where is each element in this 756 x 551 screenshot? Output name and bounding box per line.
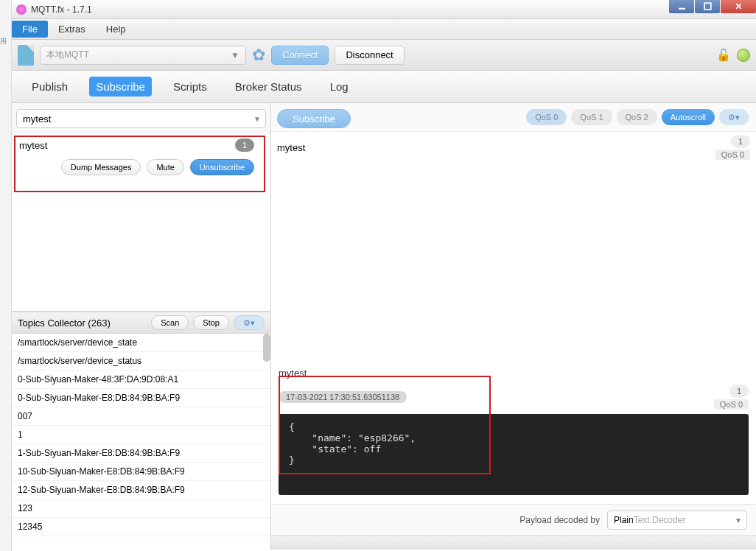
status-bar [271, 536, 756, 550]
stop-button[interactable]: Stop [193, 315, 229, 330]
autoscroll-button[interactable]: Autoscroll [662, 109, 715, 125]
collector-item[interactable]: 10-Sub-Siyuan-Maker-E8:DB:84:9B:BA:F9 [12, 463, 270, 481]
tab-log[interactable]: Log [323, 77, 355, 96]
lock-open-icon: 🔓 [716, 48, 731, 62]
header-topic: mytest [277, 142, 305, 153]
profile-select[interactable]: 本地MQTT ▼ [40, 46, 246, 65]
chevron-down-icon: ▼ [735, 516, 742, 524]
collector-item[interactable]: 007 [12, 407, 270, 426]
chevron-down-icon: ▼ [253, 115, 261, 123]
subscriptions-panel: mytest ▼ mytest 1 Dump Messages Mute Uns… [12, 103, 271, 550]
scrollbar-thumb[interactable] [263, 334, 270, 362]
dump-messages-button[interactable]: Dump Messages [61, 159, 141, 175]
message-count-badge: 1 [235, 138, 254, 152]
file-icon[interactable] [18, 45, 34, 66]
external-sidebar: 用 [0, 0, 12, 551]
detail-topic: mytest [271, 362, 756, 385]
maximize-button[interactable] [695, 0, 720, 13]
titlebar: MQTT.fx - 1.7.1 [12, 0, 756, 19]
payload-viewer[interactable]: { "name": "esp8266", "state": off } [279, 414, 749, 495]
collector-item[interactable]: /smartlock/server/device_state [12, 334, 270, 352]
detail-qos-tag: QoS 0 [714, 399, 749, 410]
decoder-label: Payload decoded by [519, 515, 600, 525]
window-controls [668, 0, 756, 13]
collector-title: Topics Collector (263) [18, 317, 111, 329]
menu-file[interactable]: File [12, 21, 48, 38]
ext-tab: 用 [0, 37, 11, 46]
qos-1-chip[interactable]: QoS 1 [571, 109, 612, 125]
svg-rect-0 [679, 7, 685, 9]
detail-count-badge: 1 [729, 385, 749, 398]
menu-help[interactable]: Help [96, 21, 136, 38]
scan-button[interactable]: Scan [151, 315, 189, 330]
messages-panel: Subscribe QoS 0 QoS 1 QoS 2 Autoscroll ⚙… [271, 103, 756, 550]
collector-item[interactable]: 12345 [12, 518, 270, 536]
header-qos-tag: QoS 0 [715, 150, 750, 160]
decoder-prefix: Plain [614, 515, 634, 525]
chevron-down-icon: ▼ [231, 50, 239, 60]
topics-collector-header: Topics Collector (263) Scan Stop ⚙▾ [12, 312, 270, 334]
qos-0-chip[interactable]: QoS 0 [526, 109, 567, 125]
header-count-badge: 1 [731, 135, 750, 148]
subscription-list: mytest 1 Dump Messages Mute Unsubscribe [12, 134, 270, 312]
collector-item[interactable]: 0-Sub-Siyuan-Maker-E8:DB:84:9B:BA:F9 [12, 389, 270, 407]
message-list[interactable] [271, 163, 756, 362]
menu-extras[interactable]: Extras [48, 21, 96, 38]
unsubscribe-button[interactable]: Unsubscribe [190, 159, 254, 175]
main-tabs: Publish Subscribe Scripts Broker Status … [12, 71, 756, 103]
collector-item[interactable]: 0-Sub-Siyuan-Maker-48:3F:DA:9D:08:A1 [12, 371, 270, 389]
settings-icon[interactable]: ✿ [252, 46, 265, 65]
topics-collector-list[interactable]: /smartlock/server/device_state/smartlock… [12, 334, 270, 550]
app-icon [16, 4, 27, 15]
disconnect-button[interactable]: Disconnect [335, 46, 404, 65]
tab-broker-status[interactable]: Broker Status [228, 77, 309, 96]
menubar: File Extras Help [12, 19, 756, 40]
close-button[interactable] [721, 0, 756, 13]
decoder-suffix: Text Decoder [634, 515, 686, 525]
topic-input[interactable]: mytest ▼ [16, 109, 266, 128]
qos-2-chip[interactable]: QoS 2 [617, 109, 657, 125]
mute-button[interactable]: Mute [147, 159, 183, 175]
tab-scripts[interactable]: Scripts [167, 77, 214, 96]
connection-bar: 本地MQTT ▼ ✿ Connect Disconnect 🔓 [12, 40, 756, 71]
collector-item[interactable]: 12-Sub-Siyuan-Maker-E8:DB:84:9B:BA:F9 [12, 481, 270, 499]
collector-item[interactable]: 1 [12, 426, 270, 444]
view-settings-button[interactable]: ⚙▾ [719, 109, 749, 125]
window-title: MQTT.fx - 1.7.1 [31, 4, 92, 15]
minimize-button[interactable] [669, 0, 694, 13]
connection-status-indicator [737, 49, 750, 62]
profile-name: 本地MQTT [46, 49, 89, 61]
tab-publish[interactable]: Publish [25, 77, 74, 96]
connect-button[interactable]: Connect [271, 46, 329, 65]
tab-subscribe[interactable]: Subscribe [89, 77, 152, 96]
subscription-topic: mytest [19, 140, 47, 151]
topic-value: mytest [23, 113, 51, 124]
decoder-select[interactable]: Plain Text Decoder ▼ [607, 510, 747, 530]
collector-settings-button[interactable]: ⚙▾ [234, 315, 265, 330]
decoder-footer: Payload decoded by Plain Text Decoder ▼ [271, 504, 756, 536]
subscribe-button[interactable]: Subscribe [277, 109, 351, 128]
svg-rect-1 [704, 3, 711, 10]
collector-item[interactable]: 123 [12, 499, 270, 518]
message-list-header: mytest 1 QoS 0 [271, 132, 756, 163]
collector-item[interactable]: 1-Sub-Siyuan-Maker-E8:DB:84:9B:BA:F9 [12, 444, 270, 463]
collector-item[interactable]: /smartlock/server/device_status [12, 352, 270, 371]
timestamp-chip: 17-03-2021 17:30:51.63051138 [279, 391, 407, 403]
